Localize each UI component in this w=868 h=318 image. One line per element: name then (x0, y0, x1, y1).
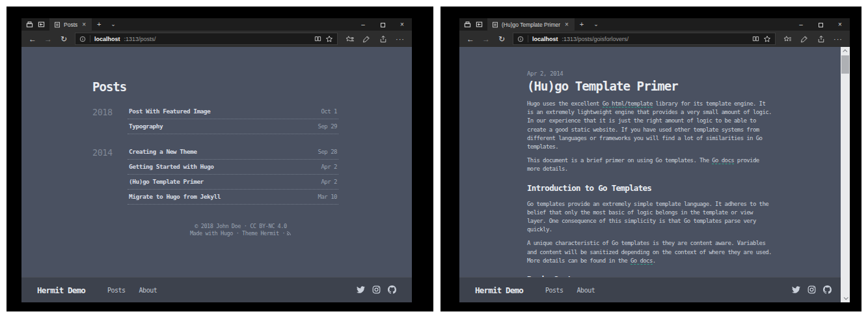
scroll-up-arrow[interactable] (841, 47, 850, 55)
browser-tab[interactable]: Posts × (49, 18, 92, 31)
maximize-icon (381, 23, 385, 27)
browser-window-posts: Posts × + ⌄ – × ← → ↻ localhost:1313/pos… (21, 18, 412, 302)
tab-actions-menu[interactable]: ⌄ (589, 18, 603, 31)
address-bar[interactable]: localhost:1313/posts/goisforlovers/ (513, 33, 776, 45)
post-link[interactable]: Post With Featured Image (129, 108, 210, 115)
tab-title: Posts (64, 22, 77, 28)
tabs-set-aside-icon[interactable] (464, 21, 471, 28)
reading-view-icon[interactable] (314, 35, 321, 42)
site-bottom-nav: Hermit Demo Posts About (21, 277, 412, 302)
forward-button[interactable]: → (479, 35, 493, 44)
post-date: Apr 2 (321, 179, 337, 185)
maximize-button[interactable] (373, 18, 392, 31)
site-brand-link[interactable]: Hermit Demo (37, 285, 85, 295)
page-title: Posts (92, 80, 412, 94)
nav-link-posts[interactable]: Posts (107, 287, 126, 294)
reading-view-icon[interactable] (752, 35, 759, 42)
web-note-pen-icon[interactable] (359, 35, 374, 43)
post-link[interactable]: (Hu)go Template Primer (129, 178, 204, 185)
article-date: Apr 2, 2014 (527, 70, 773, 78)
post-group-2014: 2014 Creating a New Theme Sep 28 Getting… (92, 145, 412, 205)
browser-window-article: (Hu)go Template Primer × + ⌄ – × ← → ↻ l… (459, 18, 850, 302)
post-group-2018: 2018 Post With Featured Image Oct 1 Typo… (92, 104, 412, 134)
tab-preview-icon[interactable] (476, 21, 483, 28)
add-favorite-star-icon[interactable] (763, 35, 771, 43)
new-tab-button[interactable]: + (575, 18, 589, 31)
post-row[interactable]: Post With Featured Image Oct 1 (128, 104, 338, 119)
go-html-template-link[interactable]: Go html/template (603, 100, 653, 108)
browser-tab[interactable]: (Hu)go Template Primer × (487, 18, 575, 31)
settings-more-icon[interactable]: ··· (392, 35, 408, 43)
site-brand-link[interactable]: Hermit Demo (475, 285, 523, 295)
post-link[interactable]: Migrate to Hugo from Jekyll (129, 193, 221, 200)
paragraph: This document is a brief primer on using… (527, 156, 773, 173)
tab-preview-icon[interactable] (38, 21, 45, 28)
post-row[interactable]: Migrate to Hugo from Jekyll Mar 10 (128, 190, 338, 205)
browser-toolbar: ← → ↻ localhost:1313/posts/ (21, 31, 412, 47)
url-path: :1313/posts/goisforlovers/ (562, 36, 629, 42)
share-icon[interactable] (375, 35, 391, 43)
refresh-button[interactable]: ↻ (57, 35, 71, 44)
paragraph: A unique characteristic of Go templates … (527, 239, 773, 265)
site-info-icon[interactable] (79, 36, 86, 42)
scroll-down-arrow[interactable] (841, 294, 850, 302)
credits-line: Made with Hugo · Theme Hermit · (117, 230, 364, 238)
add-favorite-star-icon[interactable] (325, 35, 333, 43)
minimize-button[interactable]: – (791, 18, 811, 31)
post-link[interactable]: Typography (129, 123, 163, 130)
go-docs-link[interactable]: Go docs (631, 257, 653, 265)
twitter-icon[interactable] (792, 284, 800, 296)
post-row[interactable]: Typography Sep 29 (128, 119, 338, 134)
settings-more-icon[interactable]: ··· (830, 35, 846, 43)
article-page: Apr 2, 2014 (Hu)go Template Primer Hugo … (459, 47, 850, 302)
page-icon (54, 22, 61, 28)
favorites-hub-icon[interactable] (780, 35, 795, 43)
posts-page: Posts 2018 Post With Featured Image Oct … (21, 47, 412, 302)
instagram-icon[interactable] (372, 284, 381, 296)
nav-link-posts[interactable]: Posts (545, 287, 563, 294)
tab-actions-menu[interactable]: ⌄ (106, 18, 120, 31)
post-row[interactable]: (Hu)go Template Primer Apr 2 (128, 175, 338, 190)
forward-button[interactable]: → (41, 35, 55, 44)
maximize-button[interactable] (811, 18, 830, 31)
new-tab-button[interactable]: + (92, 18, 106, 31)
nav-link-about[interactable]: About (139, 287, 157, 294)
rss-icon[interactable] (286, 231, 292, 238)
nav-link-about[interactable]: About (577, 287, 595, 294)
twitter-icon[interactable] (357, 284, 365, 296)
titlebar: Posts × + ⌄ – × (21, 18, 412, 31)
web-note-pen-icon[interactable] (796, 35, 812, 43)
minimize-button[interactable]: – (353, 18, 373, 31)
tab-close-icon[interactable]: × (563, 18, 570, 31)
post-date: Apr 2 (321, 164, 337, 170)
post-link[interactable]: Creating a New Theme (129, 148, 197, 155)
address-bar[interactable]: localhost:1313/posts/ (75, 33, 338, 45)
site-info-icon[interactable] (517, 36, 524, 42)
close-button[interactable]: × (830, 18, 850, 31)
titlebar: (Hu)go Template Primer × + ⌄ – × (459, 18, 850, 31)
share-icon[interactable] (813, 35, 829, 43)
tab-close-icon[interactable]: × (81, 18, 87, 31)
vertical-scrollbar[interactable] (841, 47, 850, 302)
back-button[interactable]: ← (463, 35, 478, 44)
scrollbar-thumb[interactable] (841, 55, 849, 74)
post-row[interactable]: Creating a New Theme Sep 28 (128, 145, 338, 160)
paragraph: Hugo uses the excellent Go html/template… (527, 100, 773, 151)
close-button[interactable]: × (392, 18, 412, 31)
go-docs-link[interactable]: Go docs (712, 157, 734, 164)
github-icon[interactable] (388, 284, 396, 296)
refresh-button[interactable]: ↻ (495, 35, 509, 44)
github-icon[interactable] (823, 284, 832, 296)
page-icon (492, 22, 498, 28)
favorites-hub-icon[interactable] (342, 35, 357, 43)
site-bottom-nav: Hermit Demo Posts About (459, 277, 850, 302)
instagram-icon[interactable] (807, 284, 816, 296)
post-link[interactable]: Getting Started with Hugo (129, 163, 214, 170)
site-footer: © 2018 John Doe · CC BY-NC 4.0 Made with… (117, 223, 364, 238)
back-button[interactable]: ← (25, 35, 40, 44)
browser-toolbar: ← → ↻ localhost:1313/posts/goisforlovers… (459, 31, 850, 47)
post-date: Mar 10 (318, 194, 337, 200)
group-year: 2018 (92, 104, 128, 134)
post-row[interactable]: Getting Started with Hugo Apr 2 (128, 160, 338, 175)
tabs-set-aside-icon[interactable] (26, 21, 33, 28)
